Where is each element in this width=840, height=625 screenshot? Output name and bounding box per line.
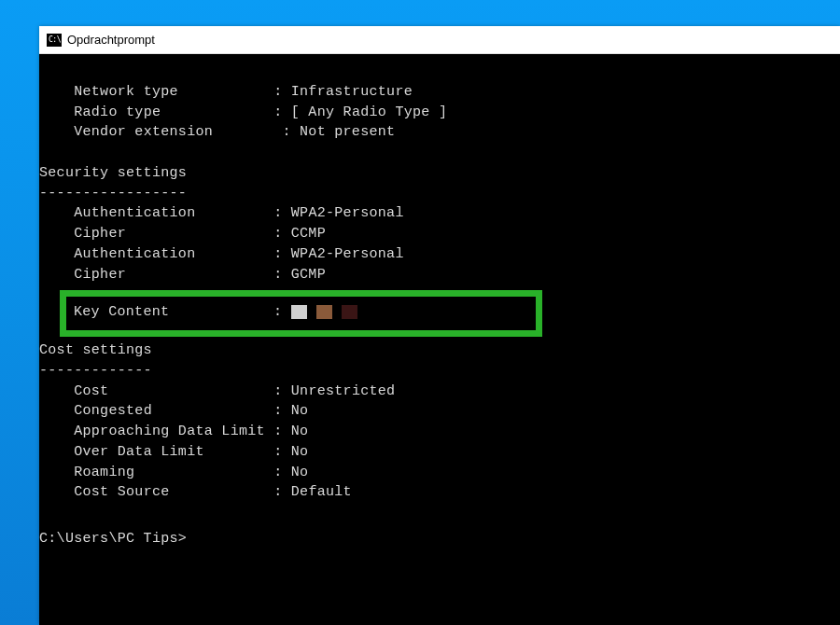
authentication-2-label: Authentication bbox=[74, 246, 195, 262]
radio-type-label: Radio type bbox=[74, 104, 161, 120]
command-prompt-window: C:\ Opdrachtprompt Network type : Infras… bbox=[39, 26, 840, 625]
security-settings-divider: ----------------- bbox=[39, 186, 187, 201]
roaming-label: Roaming bbox=[74, 465, 134, 480]
authentication-1-value: WPA2-Personal bbox=[291, 205, 404, 221]
key-content-label: Key Content bbox=[74, 304, 169, 320]
cipher-1-label: Cipher bbox=[74, 226, 126, 242]
cost-source-label: Cost Source bbox=[74, 484, 169, 500]
authentication-2-value: WPA2-Personal bbox=[291, 246, 404, 262]
approaching-label: Approaching Data Limit bbox=[74, 424, 265, 439]
redacted-block-icon bbox=[342, 305, 357, 319]
over-limit-value: No bbox=[291, 444, 309, 460]
redacted-block-icon bbox=[316, 305, 332, 319]
cipher-2-label: Cipher bbox=[74, 267, 126, 283]
cost-settings-divider: ------------- bbox=[39, 363, 152, 379]
roaming-value: No bbox=[291, 465, 309, 480]
cmd-icon: C:\ bbox=[47, 34, 62, 47]
window-titlebar[interactable]: C:\ Opdrachtprompt bbox=[39, 26, 840, 54]
vendor-extension-value: Not present bbox=[300, 124, 395, 140]
authentication-1-label: Authentication bbox=[74, 205, 195, 221]
radio-type-value: [ Any Radio Type ] bbox=[291, 104, 447, 120]
cost-value: Unrestricted bbox=[291, 383, 396, 399]
cipher-1-value: CCMP bbox=[291, 226, 326, 242]
approaching-value: No bbox=[291, 424, 309, 439]
security-settings-heading: Security settings bbox=[39, 165, 187, 181]
cipher-2-value: GCMP bbox=[291, 267, 326, 283]
congested-label: Congested bbox=[74, 403, 152, 419]
prompt-path: C:\Users\PC Tips> bbox=[39, 531, 187, 547]
congested-value: No bbox=[291, 403, 309, 419]
key-content-highlight: Key Content : bbox=[60, 290, 542, 337]
cost-settings-heading: Cost settings bbox=[39, 342, 152, 358]
network-type-value: Infrastructure bbox=[291, 84, 413, 100]
vendor-extension-label: Vendor extension bbox=[74, 124, 213, 140]
cost-label: Cost bbox=[74, 383, 108, 399]
over-limit-label: Over Data Limit bbox=[74, 444, 204, 460]
network-type-label: Network type bbox=[74, 84, 178, 100]
window-title: Opdrachtprompt bbox=[67, 33, 155, 47]
terminal-output[interactable]: Network type : Infrastructure Radio type… bbox=[39, 54, 840, 590]
cost-source-value: Default bbox=[291, 484, 352, 500]
redacted-block-icon bbox=[291, 305, 307, 319]
